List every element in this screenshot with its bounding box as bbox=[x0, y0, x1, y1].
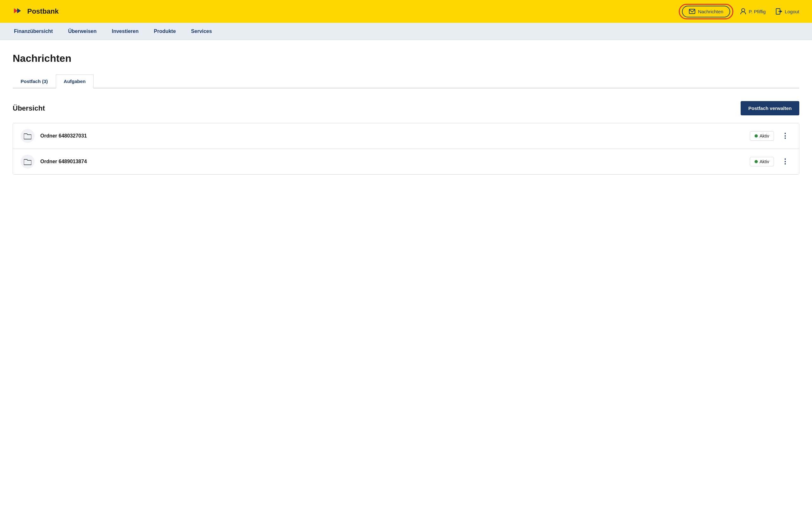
user-icon bbox=[740, 8, 746, 14]
logout-icon bbox=[776, 8, 782, 14]
status-dot-2 bbox=[755, 160, 758, 163]
tabs: Postfach (3) Aufgaben bbox=[13, 74, 799, 89]
main-content: Nachrichten Postfach (3) Aufgaben Übersi… bbox=[0, 40, 812, 507]
status-badge-1: Aktiv bbox=[750, 131, 774, 141]
subnav-item-services[interactable]: Services bbox=[190, 23, 213, 40]
ubersicht-title: Übersicht bbox=[13, 104, 45, 112]
folder-name-1: Ordner 6480327031 bbox=[40, 133, 750, 139]
postbank-logo bbox=[13, 5, 24, 18]
subnav-item-produkte[interactable]: Produkte bbox=[153, 23, 177, 40]
subnav: Finanzübersicht Überweisen Investieren P… bbox=[0, 23, 812, 40]
svg-point-4 bbox=[742, 9, 745, 12]
status-dot-1 bbox=[755, 134, 758, 137]
table-row: Ordner 6489013874 Aktiv ⋮ bbox=[13, 149, 799, 174]
logout-label: Logout bbox=[785, 9, 799, 14]
more-options-button-1[interactable]: ⋮ bbox=[779, 130, 792, 141]
subnav-item-investieren[interactable]: Investieren bbox=[111, 23, 140, 40]
folder-icon bbox=[24, 158, 32, 165]
status-label-2: Aktiv bbox=[760, 159, 769, 164]
logo-area: Postbank bbox=[13, 5, 59, 18]
folder-name-2: Ordner 6489013874 bbox=[40, 159, 750, 164]
folder-actions-2: Aktiv ⋮ bbox=[750, 156, 792, 167]
user-label: P. Pfiffig bbox=[749, 9, 766, 14]
tab-aufgaben[interactable]: Aufgaben bbox=[56, 74, 94, 89]
table-row: Ordner 6480327031 Aktiv ⋮ bbox=[13, 123, 799, 149]
ubersicht-header: Übersicht Postfach verwalten bbox=[13, 101, 799, 115]
nachrichten-icon bbox=[689, 9, 695, 14]
subnav-item-ueberweisen[interactable]: Überweisen bbox=[67, 23, 98, 40]
status-label-1: Aktiv bbox=[760, 133, 769, 138]
subnav-item-finanzuebersicht[interactable]: Finanzübersicht bbox=[13, 23, 54, 40]
folder-actions-1: Aktiv ⋮ bbox=[750, 130, 792, 141]
page-title: Nachrichten bbox=[13, 53, 799, 64]
header-nav: Nachrichten P. Pfiffig Logout bbox=[682, 6, 799, 17]
folder-list: Ordner 6480327031 Aktiv ⋮ Ordner 6489013… bbox=[13, 123, 799, 175]
nachrichten-button[interactable]: Nachrichten bbox=[682, 6, 730, 17]
folder-icon-1 bbox=[20, 129, 35, 143]
tab-postfach[interactable]: Postfach (3) bbox=[13, 74, 56, 89]
more-options-button-2[interactable]: ⋮ bbox=[779, 156, 792, 167]
logout-button[interactable]: Logout bbox=[776, 8, 799, 14]
nachrichten-label: Nachrichten bbox=[698, 9, 723, 14]
folder-icon-2 bbox=[20, 155, 35, 169]
folder-icon bbox=[24, 132, 32, 139]
user-button[interactable]: P. Pfiffig bbox=[740, 8, 766, 14]
postfach-verwalten-button[interactable]: Postfach verwalten bbox=[741, 101, 799, 115]
status-badge-2: Aktiv bbox=[750, 157, 774, 166]
header: Postbank Nachrichten P. Pfiffig Logout bbox=[0, 0, 812, 23]
logo-text: Postbank bbox=[27, 7, 59, 15]
